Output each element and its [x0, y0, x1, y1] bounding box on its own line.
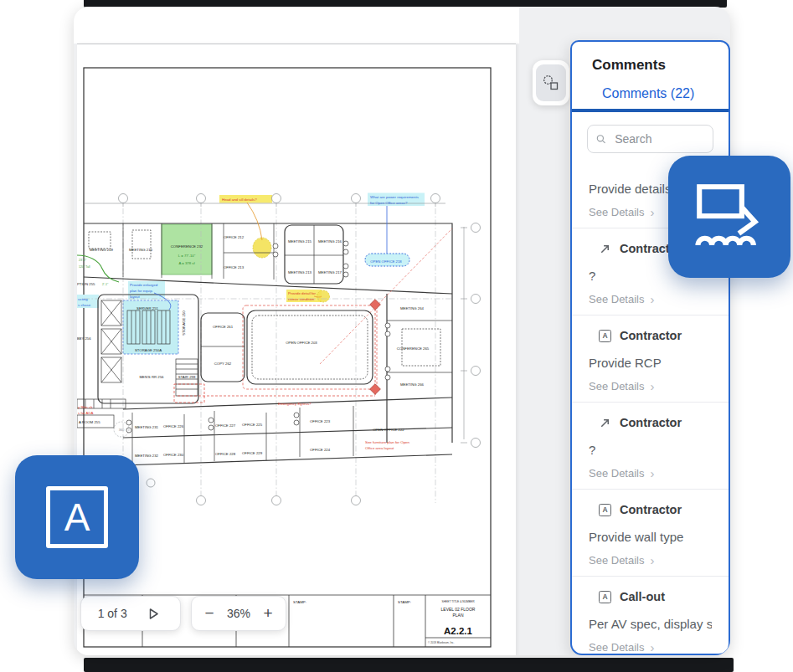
- marketing-screenshot-canvas: { "viewer": { "toolbar": { "page_indicat…: [0, 0, 793, 672]
- floor-plan-drawing: MEETING 209MEETING 210CONFERENCE 232L = …: [77, 44, 516, 653]
- svg-text:MEETING 231: MEETING 231: [135, 425, 159, 429]
- search-input[interactable]: [613, 131, 704, 146]
- svg-text:plan for equip.: plan for equip.: [130, 289, 153, 293]
- svg-text:OPEN OFFICE 218: OPEN OFFICE 218: [370, 259, 402, 264]
- svg-text:RECEPTION 255: RECEPTION 255: [77, 282, 95, 286]
- shapes-tool-button[interactable]: [536, 64, 566, 101]
- svg-text:Head and sill details?: Head and sill details?: [222, 197, 257, 202]
- svg-text:Emergency Egress?: Emergency Egress?: [278, 402, 312, 406]
- svg-text:MEETING 209: MEETING 209: [90, 248, 114, 252]
- shapes-icon: [543, 74, 559, 91]
- svg-text:360: 360: [119, 428, 125, 432]
- svg-text:MEETING 215: MEETING 215: [288, 239, 312, 244]
- svg-text:23'-2": 23'-2": [79, 259, 87, 262]
- svg-text:y 90in clr.: y 90in clr.: [78, 405, 94, 409]
- comment-author: Contractor: [620, 503, 682, 516]
- see-details-link[interactable]: See Details›: [589, 466, 712, 480]
- svg-text:OFFICE 223: OFFICE 223: [310, 419, 331, 423]
- see-details-link[interactable]: See Details›: [589, 379, 712, 393]
- svg-text:OFFICE 227: OFFICE 227: [215, 423, 236, 428]
- svg-text:STORAGE 250: STORAGE 250: [182, 310, 186, 336]
- comment-item[interactable]: Contractor ? See Details›: [572, 403, 729, 490]
- svg-text:OFFICE 230: OFFICE 230: [163, 453, 184, 457]
- svg-text:for Open Office areas?: for Open Office areas?: [370, 201, 408, 205]
- comments-tab-row: Comments (22): [572, 86, 729, 112]
- comment-item[interactable]: A Contractor Provide RCP See Details›: [572, 315, 729, 403]
- svg-text:L = 77'-10": L = 77'-10": [178, 254, 196, 258]
- chevron-right-icon: ›: [650, 468, 654, 479]
- comment-text: ?: [589, 441, 712, 459]
- svg-text:2'-1": 2'-1": [102, 283, 109, 286]
- see-details-link[interactable]: See Details›: [589, 553, 712, 567]
- svg-text:Office area layout: Office area layout: [365, 446, 394, 450]
- tab-comments[interactable]: Comments (22): [602, 86, 694, 100]
- sheet-border: [84, 68, 491, 647]
- svg-text:OFFICE 229: OFFICE 229: [242, 451, 263, 455]
- chevron-right-icon: ›: [650, 207, 654, 218]
- svg-text:CONFERENCE 232: CONFERENCE 232: [171, 244, 203, 249]
- svg-text:SHEET TITLE & NUMBER: SHEET TITLE & NUMBER: [441, 600, 475, 603]
- see-details-link[interactable]: See Details›: [589, 640, 712, 654]
- svg-text:MEN'S RR 256: MEN'S RR 256: [140, 375, 165, 379]
- chevron-right-icon: ›: [650, 381, 654, 392]
- svg-text:OPEN OFFICE 203: OPEN OFFICE 203: [286, 341, 317, 345]
- callout-cloud-icon: [689, 177, 770, 257]
- svg-text:120" Tall: 120" Tall: [79, 265, 90, 269]
- floor-plan-page[interactable]: MEETING 209MEETING 210CONFERENCE 232L = …: [77, 44, 516, 655]
- chevron-right-icon: ›: [650, 555, 654, 566]
- svg-text:MEETING 210: MEETING 210: [129, 248, 153, 252]
- comment-author: Call-out: [620, 590, 665, 603]
- zoom-level: 36%: [227, 607, 250, 620]
- svg-text:CONFERENCE 265: CONFERENCE 265: [397, 346, 430, 351]
- text-tool-icon: A: [46, 486, 108, 548]
- svg-text:MEETING 213: MEETING 213: [288, 270, 312, 274]
- comments-search[interactable]: [587, 125, 713, 153]
- svg-text:OFFICE 225: OFFICE 225: [242, 423, 263, 427]
- svg-text:MEETING 216: MEETING 216: [318, 239, 342, 244]
- svg-text:PLAN: PLAN: [452, 613, 463, 618]
- comment-text: Provide RCP: [589, 354, 712, 372]
- text-tool-badge: A: [15, 455, 139, 579]
- svg-text:STAMP:: STAMP:: [398, 600, 411, 604]
- zoom-out-button[interactable]: −: [199, 603, 219, 623]
- svg-text:SERVER 251: SERVER 251: [136, 306, 159, 310]
- textbox-markup-icon: A: [599, 591, 611, 603]
- zoom-toolbar: − 36% +: [191, 596, 286, 631]
- svg-text:OFFICE 213: OFFICE 213: [224, 265, 245, 269]
- svg-text:OFFICE 226: OFFICE 226: [163, 424, 184, 428]
- arrow-markup-icon: [599, 243, 611, 255]
- svg-text:A ROOM 255: A ROOM 255: [79, 420, 100, 424]
- svg-text:See furniture plan for Open: See furniture plan for Open: [365, 440, 410, 444]
- comment-author: Contractor: [620, 329, 682, 342]
- svg-text:© 2018 Bluebeam, Inc.: © 2018 Bluebeam, Inc.: [428, 641, 455, 644]
- page-indicator: 1 of 3: [98, 607, 127, 620]
- svg-text:s for ADA: s for ADA: [78, 411, 94, 415]
- svg-text:LEVEL 02 FLOOR: LEVEL 02 FLOOR: [441, 607, 476, 612]
- search-icon: [596, 133, 606, 146]
- svg-text:corner condition: corner condition: [288, 297, 315, 301]
- svg-text:MEETING 217: MEETING 217: [318, 270, 342, 274]
- comments-panel: Comments Comments (22) Provide details S…: [570, 40, 730, 655]
- svg-text:STAIR 298: STAIR 298: [178, 375, 196, 379]
- svg-text:layout: layout: [130, 295, 140, 299]
- callout-tool-badge: [668, 156, 790, 278]
- svg-text:COPY 262: COPY 262: [214, 362, 232, 366]
- comment-item[interactable]: A Call-out Per AV spec, display size i S…: [572, 577, 729, 655]
- see-details-link[interactable]: See Details›: [589, 292, 712, 306]
- svg-text:s chase: s chase: [78, 303, 91, 307]
- comment-item[interactable]: A Contractor Provide wall type See Detai…: [572, 490, 729, 577]
- next-page-button[interactable]: [143, 603, 163, 623]
- zoom-in-button[interactable]: +: [258, 603, 278, 623]
- comment-author: Contractor: [620, 416, 682, 429]
- textbox-markup-icon: A: [599, 330, 611, 342]
- svg-text:Provide detail for: Provide detail for: [288, 291, 316, 295]
- page-navigation-toolbar: 1 of 3: [80, 596, 181, 631]
- svg-text:LOBBY 256: LOBBY 256: [77, 336, 91, 341]
- svg-text:OFFICE 224: OFFICE 224: [310, 448, 331, 452]
- play-next-icon: [147, 607, 161, 621]
- svg-text:OFFICE 228: OFFICE 228: [215, 452, 236, 456]
- chevron-right-icon: ›: [650, 294, 654, 305]
- chevron-right-icon: ›: [650, 642, 654, 653]
- svg-text:MEETING 266: MEETING 266: [400, 382, 425, 387]
- comment-text: Provide wall type: [589, 528, 712, 546]
